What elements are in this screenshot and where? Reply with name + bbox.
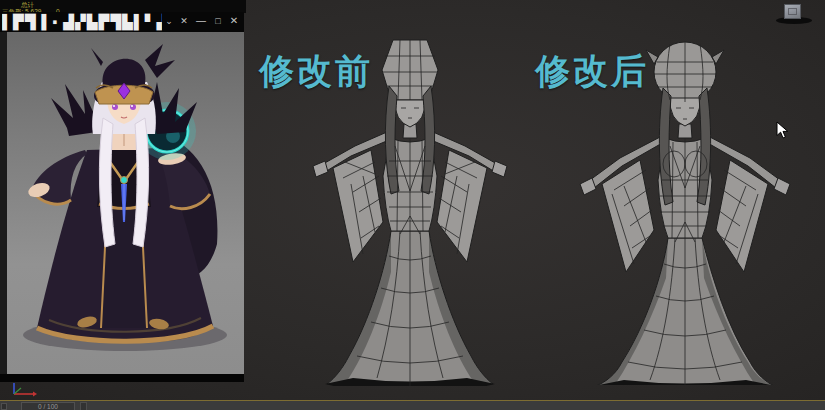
world-axis-gizmo [9, 381, 39, 398]
frame-indicator[interactable]: 0 / 100 [21, 402, 75, 410]
viewport-screen: 总计 三角形: 5,629 0 ▌▛▜▐ ▪ ▟▞▙▛▜▙▌▘▞ ▪ ⌄ ✕ —… [0, 0, 825, 410]
minimize-icon[interactable]: — [195, 15, 207, 27]
wireframe-model-after[interactable] [570, 30, 800, 389]
timeline-notch [1, 403, 7, 410]
window-title-illegible: ▌▛▜▐ ▪ ▟▞▙▛▜▙▌▘▞ ▪ [2, 14, 162, 31]
chevron-down-icon[interactable]: ⌄ [163, 15, 175, 27]
reference-image [7, 32, 244, 374]
window-titlebar[interactable]: ▌▛▜▐ ▪ ▟▞▙▛▜▙▌▘▞ ▪ ⌄ ✕ — □ ✕ [0, 12, 244, 32]
reference-image-window: ▌▛▜▐ ▪ ▟▞▙▛▜▙▌▘▞ ▪ ⌄ ✕ — □ ✕ [0, 12, 244, 382]
maximize-icon[interactable]: □ [212, 15, 224, 27]
sorceress-illustration [7, 32, 244, 374]
close-small-icon[interactable]: ✕ [178, 15, 190, 27]
cube-object[interactable] [784, 4, 801, 19]
close-icon[interactable]: ✕ [228, 15, 240, 27]
timeline-status-bar[interactable]: 0 / 100 [0, 400, 825, 410]
wireframe-model-before[interactable] [305, 26, 515, 390]
timeline-divider [80, 402, 87, 410]
mouse-cursor [776, 121, 789, 140]
